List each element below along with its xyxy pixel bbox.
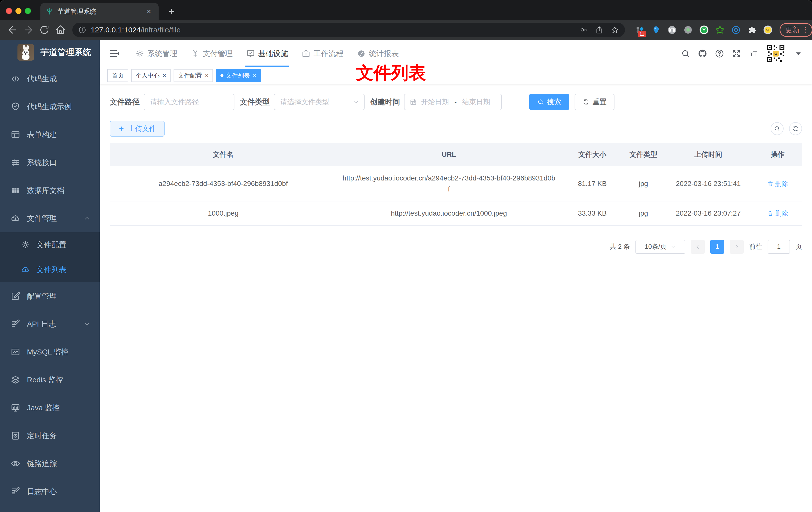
eye-icon xyxy=(10,459,21,469)
delete-button[interactable]: 删除 xyxy=(767,179,788,189)
cell-filename: 1000.jpeg xyxy=(110,202,337,225)
caret-down-icon[interactable] xyxy=(793,49,803,58)
extension-dot-icon[interactable] xyxy=(683,25,693,35)
browser-tab[interactable]: 芋道管理系统 × xyxy=(40,3,158,20)
sidebar-item-file-management[interactable]: 文件管理 xyxy=(0,204,100,232)
search-icon xyxy=(774,125,780,132)
search-icon[interactable] xyxy=(681,49,690,58)
github-icon[interactable] xyxy=(698,49,707,58)
sidebar-item-code-gen[interactable]: 代码生成 xyxy=(0,65,100,93)
sidebar-item-form-builder[interactable]: 表单构建 xyxy=(0,121,100,149)
address-bar[interactable]: 127.0.0.1:1024/infra/file/file xyxy=(72,23,625,37)
goto-page-input[interactable] xyxy=(767,240,790,254)
sidebar-item-system-api[interactable]: 系统接口 xyxy=(0,149,100,177)
sidebar-item-api-log[interactable]: API 日志 xyxy=(0,310,100,338)
cell-size: 81.17 KB xyxy=(561,166,624,201)
bookmark-star-icon[interactable] xyxy=(610,26,619,34)
sidebar-item-scheduled-tasks[interactable]: 定时任务 xyxy=(0,422,100,450)
extension-eye-icon[interactable] xyxy=(731,25,741,35)
reload-icon[interactable] xyxy=(39,24,50,35)
upload-file-button[interactable]: 上传文件 xyxy=(110,121,165,137)
browser-menu-icon[interactable] xyxy=(802,26,809,34)
gear-icon xyxy=(21,240,30,249)
tag-close-icon[interactable]: × xyxy=(205,72,208,79)
close-window-button[interactable] xyxy=(6,8,12,14)
tag-close-icon[interactable]: × xyxy=(163,72,166,79)
tag-file-list[interactable]: 文件列表 × xyxy=(216,69,261,82)
sidebar-item-code-gen-demo[interactable]: 代码生成示例 xyxy=(0,93,100,121)
main-area: 系统管理 支付管理 基础设施 工作流程 xyxy=(100,40,812,512)
sidebar: 芋道管理系统 代码生成 代码生成示例 表单构建 系统接口 xyxy=(0,40,100,512)
delete-button[interactable]: 删除 xyxy=(767,208,788,218)
password-key-icon[interactable] xyxy=(580,26,588,34)
topnav-label: 基础设施 xyxy=(258,49,288,59)
help-icon[interactable] xyxy=(715,49,724,58)
search-button[interactable]: 搜索 xyxy=(529,94,569,110)
extension-y-icon[interactable] xyxy=(699,25,709,35)
zoom-window-button[interactable] xyxy=(25,8,31,14)
current-page-button[interactable]: 1 xyxy=(710,240,724,254)
collapse-sidebar-icon[interactable] xyxy=(109,48,120,59)
topnav-item-payment[interactable]: 支付管理 xyxy=(184,40,239,67)
extension-command-icon[interactable] xyxy=(667,25,677,35)
sidebar-item-redis-monitor[interactable]: Redis 监控 xyxy=(0,366,100,394)
window-controls[interactable] xyxy=(6,8,31,14)
back-icon[interactable] xyxy=(7,24,18,35)
font-size-icon[interactable] xyxy=(749,49,758,58)
forward-icon[interactable] xyxy=(23,24,34,35)
fullscreen-icon[interactable] xyxy=(732,49,741,58)
sidebar-logo[interactable]: 芋道管理系统 xyxy=(0,40,100,65)
toggle-search-button[interactable] xyxy=(771,122,784,135)
sidebar-item-config-management[interactable]: 配置管理 xyxy=(0,282,100,310)
prev-page-button[interactable] xyxy=(691,240,705,254)
extension-diamond-icon[interactable]: 11 xyxy=(635,25,645,35)
topnav-item-infrastructure[interactable]: 基础设施 xyxy=(239,40,295,67)
next-page-button[interactable] xyxy=(730,240,744,254)
profile-emoji-icon[interactable] xyxy=(763,25,773,35)
tab-close-icon[interactable]: × xyxy=(145,7,153,16)
end-date-placeholder[interactable]: 结束日期 xyxy=(462,97,490,107)
file-path-input[interactable] xyxy=(144,94,234,110)
tag-profile[interactable]: 个人中心 × xyxy=(131,69,171,82)
share-icon[interactable] xyxy=(595,26,604,34)
extensions-puzzle-icon[interactable] xyxy=(747,25,757,35)
avatar[interactable] xyxy=(765,43,786,64)
extension-star-icon[interactable] xyxy=(715,25,725,35)
sidebar-item-trace[interactable]: 链路追踪 xyxy=(0,450,100,478)
date-range-picker[interactable]: 开始日期 - 结束日期 xyxy=(404,94,502,110)
gear-icon xyxy=(136,49,144,58)
start-date-placeholder[interactable]: 开始日期 xyxy=(421,97,449,107)
extension-pin-icon[interactable] xyxy=(651,25,661,35)
new-tab-button[interactable]: + xyxy=(165,4,179,19)
url-text[interactable]: 127.0.0.1:1024/infra/file/file xyxy=(91,26,580,34)
home-icon[interactable] xyxy=(55,24,66,35)
browser-update-button[interactable]: 更新 xyxy=(780,23,812,37)
sidebar-item-db-doc[interactable]: 数据库文档 xyxy=(0,177,100,204)
page-size-select[interactable]: 10条/页 xyxy=(635,240,685,254)
file-type-select[interactable]: 请选择文件类型 xyxy=(274,94,365,110)
sidebar-item-file-config[interactable]: 文件配置 xyxy=(0,232,100,257)
sidebar-item-file-list[interactable]: 文件列表 xyxy=(0,257,100,282)
briefcase-icon xyxy=(301,49,311,58)
sidebar-item-log-center[interactable]: 日志中心 xyxy=(0,478,100,506)
tag-home[interactable]: 首页 xyxy=(107,69,128,82)
site-info-icon[interactable] xyxy=(78,26,86,34)
minimize-window-button[interactable] xyxy=(16,8,22,14)
cell-type: jpg xyxy=(624,202,663,225)
file-management-submenu: 文件配置 文件列表 xyxy=(0,232,100,282)
table-row: 1000.jpeg http://test.yudao.iocoder.cn/1… xyxy=(110,202,802,225)
reset-button[interactable]: 重置 xyxy=(575,94,614,110)
yen-icon xyxy=(191,49,200,58)
tag-close-icon[interactable]: × xyxy=(253,72,256,79)
topnav-item-system[interactable]: 系统管理 xyxy=(129,40,184,67)
sidebar-item-mysql-monitor[interactable]: MySQL 监控 xyxy=(0,338,100,366)
tab-title: 芋道管理系统 xyxy=(57,7,141,16)
tag-label: 文件列表 xyxy=(226,71,250,80)
topnav-item-workflow[interactable]: 工作流程 xyxy=(295,40,350,67)
page-size-value: 10条/页 xyxy=(645,242,667,251)
tag-label: 个人中心 xyxy=(136,71,160,80)
tag-file-config[interactable]: 文件配置 × xyxy=(174,69,213,82)
sidebar-item-java-monitor[interactable]: Java 监控 xyxy=(0,394,100,422)
refresh-table-button[interactable] xyxy=(789,122,802,135)
chevron-left-icon xyxy=(695,244,701,250)
